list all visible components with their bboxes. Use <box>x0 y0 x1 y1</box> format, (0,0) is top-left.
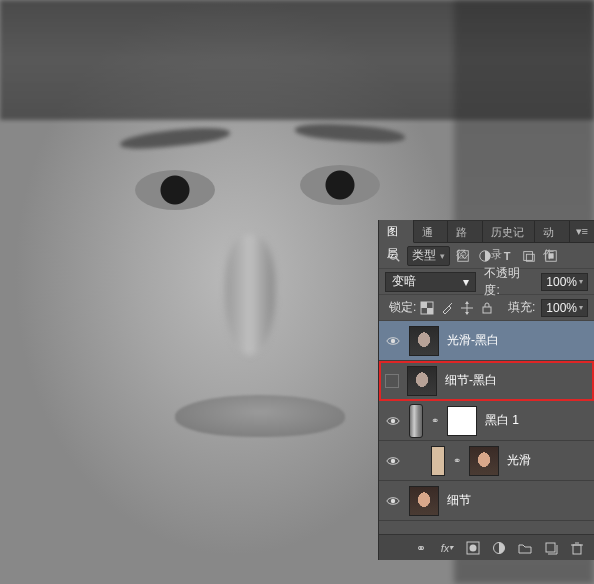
filter-shape-icon[interactable] <box>520 248 538 264</box>
svg-line-1 <box>396 258 399 261</box>
chevron-down-icon: ▾ <box>463 275 469 289</box>
lock-position-icon[interactable] <box>460 301 474 315</box>
image-region <box>135 170 215 210</box>
blend-row: 变暗 ▾ 不透明度: 100% ▾ <box>379 269 594 295</box>
opacity-input[interactable]: 100% ▾ <box>541 273 588 291</box>
trash-icon[interactable] <box>568 539 586 557</box>
layer-row[interactable]: ⚭ 光滑 <box>379 441 594 481</box>
adjust-thumbnail[interactable] <box>409 404 423 438</box>
layer-row[interactable]: 光滑-黑白 <box>379 321 594 361</box>
opacity-label: 不透明度: <box>484 265 535 299</box>
svg-point-20 <box>470 544 477 551</box>
svg-marker-13 <box>465 312 469 315</box>
svg-rect-22 <box>546 543 555 552</box>
image-region <box>300 165 380 205</box>
chevron-down-icon: ▾ <box>579 277 583 286</box>
layer-row[interactable]: ⚭ 黑白 1 <box>379 401 594 441</box>
tab-history[interactable]: 历史记录 <box>483 221 535 243</box>
layer-name[interactable]: 光滑 <box>507 452 531 469</box>
svg-line-11 <box>449 303 452 306</box>
svg-rect-7 <box>548 253 553 258</box>
mask-icon[interactable] <box>464 539 482 557</box>
layer-list: 光滑-黑白 细节-黑白 ⚭ 黑白 1 ⚭ 光滑 细节 <box>379 321 594 534</box>
filter-adjust-icon[interactable] <box>476 248 494 264</box>
visibility-toggle[interactable] <box>385 333 401 349</box>
layer-row[interactable]: 细节-黑白 <box>379 361 594 401</box>
chevron-down-icon: ▾ <box>440 251 445 261</box>
fill-adjust-icon[interactable] <box>490 539 508 557</box>
layer-name[interactable]: 细节-黑白 <box>445 372 497 389</box>
svg-point-16 <box>391 418 395 422</box>
layer-thumbnail[interactable] <box>409 326 439 356</box>
panel-menu-icon[interactable]: ▾≡ <box>570 225 594 238</box>
mask-thumbnail[interactable] <box>447 406 477 436</box>
filter-pixel-icon[interactable] <box>454 248 472 264</box>
svg-marker-12 <box>465 301 469 304</box>
lock-label: 锁定: <box>389 299 416 316</box>
image-region <box>175 395 345 437</box>
link-layers-icon[interactable]: ⚭ <box>412 539 430 557</box>
opacity-value: 100% <box>546 275 577 289</box>
lock-transparent-icon[interactable] <box>420 301 434 315</box>
tab-layers[interactable]: 图层 <box>379 220 414 243</box>
layer-name[interactable]: 黑白 1 <box>485 412 519 429</box>
lock-row: 锁定: 填充: 100% ▾ <box>379 295 594 321</box>
visibility-toggle[interactable] <box>385 453 401 469</box>
layer-panel-footer: ⚭ fx▾ <box>379 534 594 560</box>
lock-icon-group <box>420 301 494 315</box>
svg-rect-4 <box>524 251 533 260</box>
image-region <box>225 235 275 355</box>
layer-thumbnail[interactable] <box>469 446 499 476</box>
svg-point-0 <box>389 251 397 259</box>
svg-rect-10 <box>427 308 433 314</box>
tab-channels[interactable]: 通道 <box>414 221 449 243</box>
fill-label: 填充: <box>508 299 535 316</box>
panel-tabs: 图层 通道 路径 历史记录 动作 ▾≡ <box>379 221 594 243</box>
image-region <box>295 121 406 145</box>
new-layer-icon[interactable] <box>542 539 560 557</box>
filter-kind-label: 类型 <box>412 247 436 264</box>
tab-actions[interactable]: 动作 <box>535 221 570 243</box>
svg-rect-9 <box>421 302 427 308</box>
svg-rect-14 <box>483 307 491 313</box>
search-icon[interactable] <box>385 248 403 264</box>
tab-paths[interactable]: 路径 <box>448 221 483 243</box>
image-region <box>119 124 230 151</box>
layer-thumbnail[interactable] <box>409 486 439 516</box>
layer-row[interactable]: 细节 <box>379 481 594 521</box>
layer-name[interactable]: 光滑-黑白 <box>447 332 499 349</box>
fill-input[interactable]: 100% ▾ <box>541 299 588 317</box>
svg-rect-23 <box>573 545 581 554</box>
group-icon[interactable] <box>516 539 534 557</box>
link-icon[interactable]: ⚭ <box>453 455 461 466</box>
fx-icon[interactable]: fx▾ <box>438 539 456 557</box>
lock-paint-icon[interactable] <box>440 301 454 315</box>
visibility-toggle[interactable] <box>385 374 399 388</box>
mask-thumbnail[interactable] <box>431 446 445 476</box>
visibility-toggle[interactable] <box>385 493 401 509</box>
svg-point-18 <box>391 498 395 502</box>
visibility-toggle[interactable] <box>385 413 401 429</box>
filter-text-icon[interactable]: T <box>498 248 516 264</box>
blend-mode-select[interactable]: 变暗 ▾ <box>385 272 476 292</box>
svg-point-17 <box>391 458 395 462</box>
link-icon[interactable]: ⚭ <box>431 415 439 426</box>
layer-thumbnail[interactable] <box>407 366 437 396</box>
svg-point-15 <box>391 338 395 342</box>
fill-value: 100% <box>546 301 577 315</box>
blend-mode-value: 变暗 <box>392 273 416 290</box>
layers-panel: 图层 通道 路径 历史记录 动作 ▾≡ 类型 ▾ T 变暗 ▾ 不透明度: 10… <box>378 220 594 560</box>
layer-name[interactable]: 细节 <box>447 492 471 509</box>
filter-kind-select[interactable]: 类型 ▾ <box>407 246 450 266</box>
lock-all-icon[interactable] <box>480 301 494 315</box>
filter-smart-icon[interactable] <box>542 248 560 264</box>
chevron-down-icon: ▾ <box>579 303 583 312</box>
